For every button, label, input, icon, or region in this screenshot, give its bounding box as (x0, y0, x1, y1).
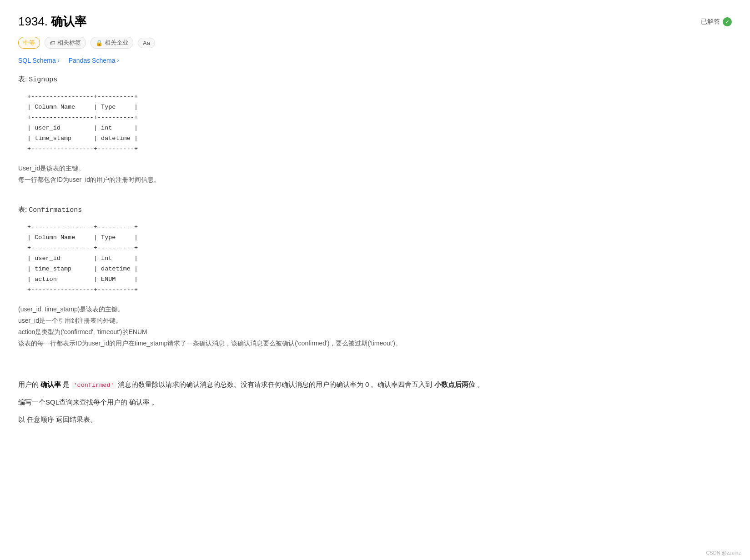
confirmations-desc-line1: (user_id, time_stamp)是该表的主键。 (18, 304, 732, 315)
related-companies-button[interactable]: 🔒 相关企业 (91, 37, 133, 49)
page-title: 1934. 确认率 (18, 14, 86, 30)
confirmations-desc-line3: action是类型为('confirmed', 'timeout')的ENUM (18, 326, 732, 338)
decimal-places-bold: 小数点后两位 (434, 380, 475, 388)
problem-line3: 以 任意顺序 返回结果表。 (18, 413, 732, 426)
signups-schema-code: +-----------------+----------+ | Column … (18, 87, 732, 159)
signups-desc-line2: 每一行都包含ID为user_id的用户的注册时间信息。 (18, 174, 732, 185)
related-companies-label: 相关企业 (105, 39, 128, 47)
confirmations-section: 表: Confirmations +-----------------+----… (18, 205, 732, 349)
confirmations-desc-line4: 该表的每一行都表示ID为user_id的用户在time_stamp请求了一条确认… (18, 338, 732, 349)
problem-number: 1934. (18, 15, 48, 28)
pandas-schema-label: Pandas Schema (69, 57, 116, 64)
font-size-button[interactable]: Aa (138, 38, 155, 48)
tags-row: 中等 🏷 相关标签 🔒 相关企业 Aa (18, 37, 732, 49)
solved-icon: ✓ (723, 17, 732, 26)
sql-schema-label: SQL Schema (18, 57, 56, 64)
difficulty-tag[interactable]: 中等 (18, 37, 40, 49)
confirmation-rate-highlight: 确认率 (40, 380, 61, 388)
problem-title: 确认率 (51, 15, 86, 28)
related-tags-label: 相关标签 (57, 39, 81, 47)
problem-statement: 用户的 确认率 是 'confirmed' 消息的数量除以请求的确认消息的总数。… (18, 378, 732, 426)
confirmed-code: 'confirmed' (72, 381, 116, 389)
solved-label: 已解答 (701, 18, 720, 26)
signups-section: 表: Signups +-----------------+----------… (18, 75, 732, 185)
related-tags-button[interactable]: 🏷 相关标签 (45, 37, 86, 49)
chevron-right-icon: › (58, 57, 60, 64)
signups-desc-line1: User_id是该表的主键。 (18, 163, 732, 174)
confirmations-schema-code: +-----------------+----------+ | Column … (18, 218, 732, 300)
font-size-icon: Aa (143, 40, 150, 46)
pandas-schema-link[interactable]: Pandas Schema › (69, 57, 119, 64)
problem-line2: 编写一个SQL查询来查找每个用户的 确认率 。 (18, 396, 732, 409)
signups-table-label: 表: Signups (18, 75, 732, 84)
signups-table-name: Signups (29, 76, 57, 84)
page-header: 1934. 确认率 已解答 ✓ (18, 14, 732, 30)
chevron-right-icon-2: › (117, 57, 119, 64)
confirmations-table-name: Confirmations (29, 206, 82, 214)
lock-icon: 🔒 (96, 40, 103, 46)
sql-schema-link[interactable]: SQL Schema › (18, 57, 60, 64)
signups-description: User_id是该表的主键。 每一行都包含ID为user_id的用户的注册时间信… (18, 163, 732, 185)
confirmations-desc-line2: user_id是一个引用到注册表的外键。 (18, 315, 732, 326)
problem-line1: 用户的 确认率 是 'confirmed' 消息的数量除以请求的确认消息的总数。… (18, 378, 732, 391)
confirmations-description: (user_id, time_stamp)是该表的主键。 user_id是一个引… (18, 304, 732, 350)
tag-icon: 🏷 (50, 40, 55, 46)
solved-badge: 已解答 ✓ (701, 17, 732, 26)
schema-links: SQL Schema › Pandas Schema › (18, 57, 732, 64)
confirmations-table-label: 表: Confirmations (18, 205, 732, 214)
